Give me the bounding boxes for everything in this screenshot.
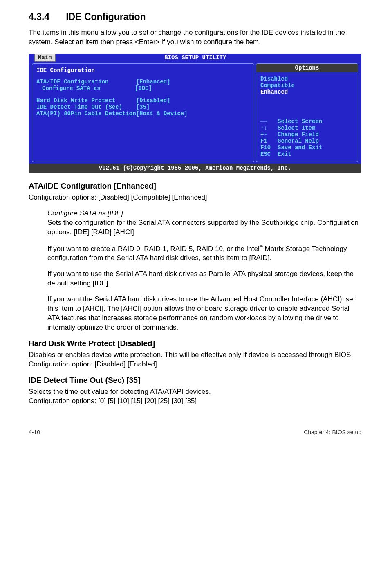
- bios-config-title: IDE Configuration: [36, 67, 250, 74]
- chapter-title: Chapter 4: BIOS setup: [304, 429, 361, 435]
- bios-header: Main BIOS SETUP UTILITY: [29, 54, 361, 62]
- bios-nav-general-help: F1 General Help: [260, 138, 354, 144]
- bios-options-header: Options: [256, 64, 358, 72]
- section-heading: 4.3.4IDE Configuration: [29, 11, 361, 22]
- bios-left-panel: IDE Configuration ATA/IDE Configuration …: [32, 63, 254, 162]
- para-configure-sata: Sets the configuration for the Serial AT…: [47, 218, 361, 237]
- bios-nav-change-field: +- Change Field: [260, 131, 354, 138]
- bios-right-panel: Options Disabled Compatible Enhanced ←→ …: [256, 63, 358, 162]
- subheading-ide-detect: IDE Detect Time Out (Sec) [35]: [29, 376, 361, 385]
- bios-nav-select-screen: ←→ Select Screen: [260, 118, 354, 125]
- bios-nav-exit: ESC Exit: [260, 151, 354, 157]
- bios-nav-save-exit: F10 Save and Exit: [260, 144, 354, 151]
- page-footer: 4-10 Chapter 4: BIOS setup: [29, 426, 361, 435]
- section-number: 4.3.4: [29, 11, 49, 22]
- bios-option-enhanced: Enhanced: [260, 89, 354, 95]
- bios-screenshot: Main BIOS SETUP UTILITY IDE Configuratio…: [29, 54, 361, 173]
- indent-configure-sata: Configure SATA as [IDE] Sets the configu…: [47, 209, 361, 237]
- para-ata-ide-options: Configuration options: [Disabled] [Compa…: [29, 193, 361, 202]
- bios-options-list: Disabled Compatible Enhanced: [256, 72, 358, 99]
- registered-mark: ®: [260, 244, 263, 249]
- bios-footer: v02.61 (C)Copyright 1985-2006, American …: [29, 164, 361, 173]
- page-number: 4-10: [29, 429, 40, 435]
- bios-nav-help: ←→ Select Screen ↑↓ Select Item +- Chang…: [256, 115, 358, 162]
- bios-row-ide-detect-timeout: IDE Detect Time Out (Sec) [35]: [36, 104, 250, 110]
- bios-nav-select-item: ↑↓ Select Item: [260, 125, 354, 131]
- intro-paragraph: The items in this menu allow you to set …: [29, 28, 361, 47]
- para-ide: If you want to use the Serial ATA hard d…: [47, 269, 361, 288]
- indent-ahci: If you want the Serial ATA hard disk dri…: [47, 295, 361, 332]
- bios-title: BIOS SETUP UTILITY: [35, 54, 356, 61]
- bios-option-compatible: Compatible: [260, 82, 354, 89]
- section-title: IDE Configuration: [66, 11, 146, 22]
- bios-row-ata-pi-cable: ATA(PI) 80Pin Cable Detection[Host & Dev…: [36, 110, 250, 117]
- para-hd-write-protect: Disables or enables device write protect…: [29, 350, 361, 369]
- indent-ide: If you want to use the Serial ATA hard d…: [47, 269, 361, 288]
- link-configure-sata: Configure SATA as [IDE]: [47, 209, 123, 217]
- subheading-ata-ide: ATA/IDE Configuration [Enhanced]: [29, 182, 361, 191]
- bios-option-disabled: Disabled: [260, 76, 354, 82]
- indent-raid: If you want to create a RAID 0, RAID 1, …: [47, 244, 361, 263]
- bios-row-configure-sata: Configure SATA as [IDE]: [36, 85, 250, 92]
- bios-row-ata-ide: ATA/IDE Configuration [Enhanced]: [36, 79, 250, 85]
- bios-row-hd-write-protect: Hard Disk Write Protect [Disabled]: [36, 97, 250, 104]
- subheading-hd-write-protect: Hard Disk Write Protect [Disabled]: [29, 339, 361, 348]
- para-ide-detect-1: Selects the time out value for detecting…: [29, 387, 361, 397]
- para-raid: If you want to create a RAID 0, RAID 1, …: [47, 244, 361, 263]
- para-ahci: If you want the Serial ATA hard disk dri…: [47, 295, 361, 332]
- para-ide-detect-2: Configuration options: [0] [5] [10] [15]…: [29, 397, 361, 406]
